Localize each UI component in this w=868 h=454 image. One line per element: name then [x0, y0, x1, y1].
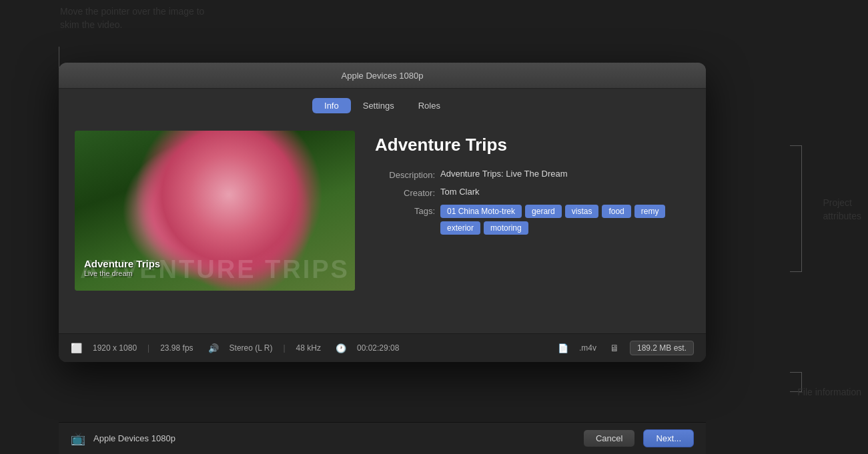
project-attributes-annotation: Projectattributes: [823, 197, 861, 223]
video-thumbnail[interactable]: ADVENTURE TRIPS Adventure Trips Live the…: [75, 131, 355, 291]
pointer-annotation: Move the pointer over the image to skim …: [60, 5, 207, 31]
tag-remy[interactable]: remy: [634, 205, 666, 218]
description-value: Adventure Trips: Live The Dream: [440, 169, 690, 179]
tab-info[interactable]: Info: [312, 98, 351, 113]
tags-area: 01 China Moto-trek gerard vistas food re…: [440, 205, 690, 235]
format-value: .m4v: [579, 343, 596, 353]
description-label: Description:: [375, 169, 435, 180]
dialog-body: ADVENTURE TRIPS Adventure Trips Live the…: [59, 120, 706, 333]
tab-settings[interactable]: Settings: [351, 98, 406, 113]
device-label: Apple Devices 1080p: [93, 433, 575, 443]
duration-value: 00:02:29:08: [357, 343, 399, 353]
tag-china-moto-trek[interactable]: 01 China Moto-trek: [440, 205, 522, 218]
audio-icon: 🔊: [208, 343, 219, 353]
file-info-annotation: File information: [797, 386, 861, 399]
creator-label: Creator:: [375, 187, 435, 198]
dialog-title: Apple Devices 1080p: [342, 71, 424, 81]
tag-motoring[interactable]: motoring: [484, 221, 528, 235]
project-title: Adventure Trips: [375, 135, 690, 155]
tags-label: Tags:: [375, 205, 435, 216]
thumbnail-title: Adventure Trips: [84, 258, 160, 269]
monitor-icon: 🖥: [610, 343, 619, 353]
info-panel: Adventure Trips Description: Adventure T…: [375, 131, 690, 320]
tags-row: Tags: 01 China Moto-trek gerard vistas f…: [375, 205, 690, 235]
tag-vistas[interactable]: vistas: [565, 205, 599, 218]
duration-icon: 🕐: [336, 343, 346, 353]
thumbnail-subtitle: Live the dream: [84, 269, 160, 277]
file-icon: 📄: [558, 343, 568, 353]
tag-exterior[interactable]: exterior: [440, 221, 480, 235]
thumbnail-overlay: Adventure Trips Live the dream: [84, 258, 160, 277]
resolution-icon: ⬜: [71, 343, 82, 353]
project-attributes-bracket: [790, 145, 802, 272]
sep1: |: [147, 343, 149, 353]
tab-roles[interactable]: Roles: [406, 98, 452, 113]
bottom-bar: 📺 Apple Devices 1080p Cancel Next...: [59, 422, 706, 454]
dialog-titlebar: Apple Devices 1080p: [59, 63, 706, 89]
resolution-value: 1920 x 1080: [93, 343, 137, 353]
device-icon: 📺: [71, 431, 85, 446]
file-size-badge: 189.2 MB est.: [630, 341, 694, 355]
file-info-footer: ⬜ 1920 x 1080 | 23.98 fps 🔊 Stereo (L R)…: [59, 333, 706, 362]
sep2: |: [283, 343, 285, 353]
cancel-button[interactable]: Cancel: [583, 429, 635, 447]
description-row: Description: Adventure Trips: Live The D…: [375, 169, 690, 180]
tag-gerard[interactable]: gerard: [525, 205, 562, 218]
dialog-tabs: Info Settings Roles: [59, 89, 706, 120]
sample-rate-value: 48 kHz: [296, 343, 321, 353]
creator-row: Creator: Tom Clark: [375, 187, 690, 198]
fps-value: 23.98 fps: [160, 343, 193, 353]
creator-value: Tom Clark: [440, 187, 690, 197]
main-dialog: Apple Devices 1080p Info Settings Roles …: [59, 63, 706, 362]
next-button[interactable]: Next...: [643, 429, 694, 447]
tag-food[interactable]: food: [602, 205, 630, 218]
audio-value: Stereo (L R): [230, 343, 273, 353]
